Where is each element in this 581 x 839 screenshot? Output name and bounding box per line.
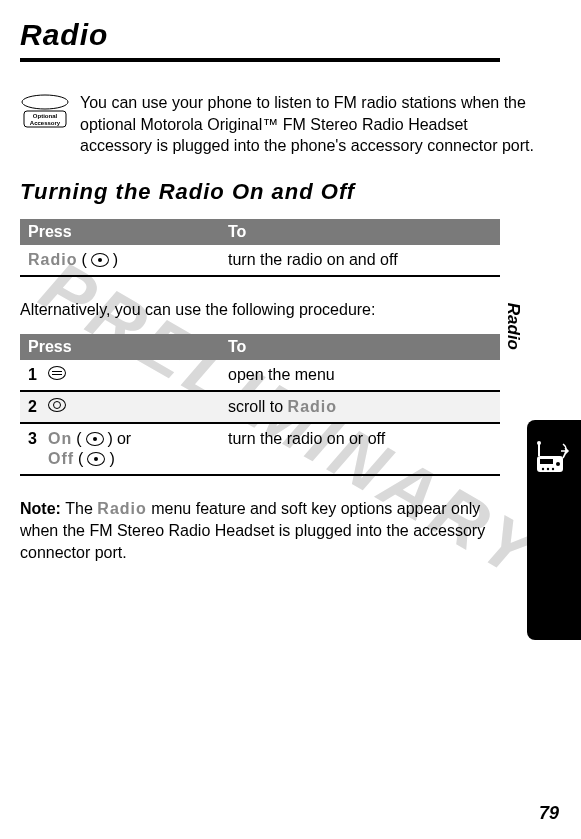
svg-text:Accessory: Accessory (30, 120, 61, 126)
col-press: Press (20, 334, 220, 360)
on-label: On (48, 430, 72, 448)
svg-point-0 (22, 95, 68, 109)
page-number: 79 (539, 803, 559, 824)
note-prefix: Note: (20, 500, 65, 517)
radio-icon (535, 440, 573, 476)
softkey-icon (86, 432, 104, 446)
step-num: 2 (28, 398, 42, 416)
alt-procedure-text: Alternatively, you can use the following… (20, 299, 500, 321)
note-text: Note: The Radio menu feature and soft ke… (20, 498, 500, 563)
row1-to: turn the radio on and off (220, 245, 500, 275)
page-title: Radio (20, 18, 541, 52)
title-rule (20, 58, 500, 62)
step2-prefix: scroll to (228, 398, 288, 415)
step-num: 3 (28, 430, 42, 448)
or-text: or (117, 430, 131, 448)
off-label: Off (48, 450, 74, 468)
col-to: To (220, 334, 500, 360)
intro-text: You can use your phone to listen to FM r… (80, 92, 541, 157)
section-heading: Turning the Radio On and Off (20, 179, 541, 205)
nav-key-icon (48, 398, 66, 412)
softkey-icon (91, 253, 109, 267)
svg-point-11 (552, 468, 554, 470)
svg-point-5 (537, 441, 541, 445)
menu-key-icon (48, 366, 66, 380)
table-2: Press To 1 open the menu 2 scroll to Rad… (20, 334, 500, 476)
col-to: To (220, 219, 500, 245)
side-tab (527, 420, 581, 640)
step-num: 1 (28, 366, 42, 384)
note-radio-label: Radio (97, 500, 146, 517)
table-1: Press To Radio () turn the radio on and … (20, 219, 500, 277)
softkey-icon (87, 452, 105, 466)
optional-accessory-icon: Optional Accessory (20, 94, 70, 134)
svg-point-9 (542, 468, 544, 470)
svg-point-10 (547, 468, 549, 470)
svg-text:Optional: Optional (33, 113, 58, 119)
side-tab-label: Radio (503, 303, 523, 350)
step3-to: turn the radio on or off (220, 424, 500, 454)
step2-label: Radio (288, 398, 337, 415)
step1-to: open the menu (220, 360, 500, 390)
svg-point-8 (556, 462, 560, 466)
col-press: Press (20, 219, 220, 245)
radio-label: Radio (28, 251, 77, 269)
svg-rect-7 (540, 459, 553, 464)
